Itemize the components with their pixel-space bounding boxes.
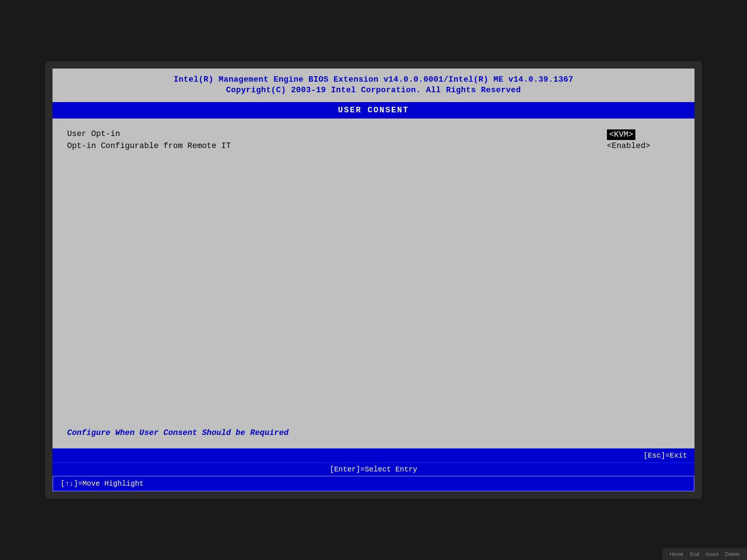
setting-value-2: <Enabled> (607, 141, 680, 151)
setting-label-2: Opt-in Configurable from Remote IT (67, 141, 607, 151)
screen-bezel: Intel(R) Management Engine BIOS Extensio… (45, 61, 702, 499)
help-text: Configure When User Consent Should be Re… (67, 428, 289, 438)
header-line1: Intel(R) Management Engine BIOS Extensio… (56, 75, 691, 84)
header-line2: Copyright(C) 2003-19 Intel Corporation. … (56, 86, 691, 95)
kvm-value: <KVM> (607, 129, 635, 140)
key-home: Home (670, 551, 683, 557)
page-title: USER CONSENT (338, 106, 409, 115)
setting-row-1[interactable]: User Opt-in <KVM> (67, 129, 680, 140)
page-title-bar: USER CONSENT (53, 102, 694, 118)
setting-label-1: User Opt-in (67, 129, 607, 139)
setting-row-2[interactable]: Opt-in Configurable from Remote IT <Enab… (67, 141, 680, 151)
bottom-bar-esc: [Esc]=Exit (53, 448, 694, 463)
bottom-bar-enter: [Enter]=Select Entry (53, 463, 694, 476)
enabled-value: <Enabled> (607, 141, 650, 151)
settings-area: User Opt-in <KVM> Opt-in Configurable fr… (67, 129, 680, 152)
key-end: End (690, 551, 699, 557)
header-section: Intel(R) Management Engine BIOS Extensio… (53, 69, 694, 99)
help-text-area: Configure When User Consent Should be Re… (67, 421, 680, 438)
bios-screen: Intel(R) Management Engine BIOS Extensio… (53, 69, 694, 491)
main-content: User Opt-in <KVM> Opt-in Configurable fr… (53, 118, 694, 448)
esc-label: [Esc]=Exit (643, 451, 687, 460)
enter-label: [Enter]=Select Entry (330, 465, 417, 474)
key-insert: Insert (706, 551, 719, 557)
setting-value-1: <KVM> (607, 129, 680, 140)
bottom-bar-move: [↑↓]=Move Highlight (53, 476, 694, 491)
move-label: [↑↓]=Move Highlight (61, 479, 144, 488)
key-delete: Delete (725, 551, 740, 557)
keyboard-hint-bar: Home End Insert Delete (662, 548, 747, 560)
